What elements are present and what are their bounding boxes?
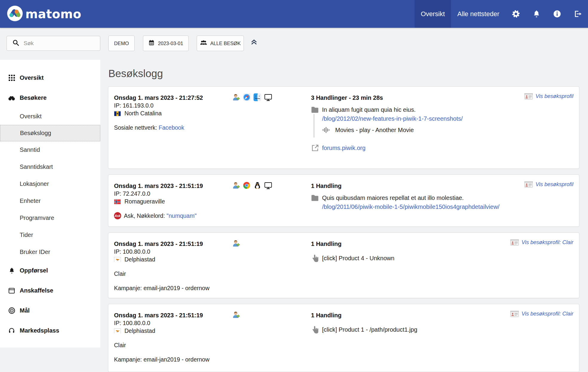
action-outlink-row: forums.piwik.org	[311, 143, 573, 152]
visit-system-icons	[232, 93, 311, 152]
gear-icon	[512, 10, 520, 18]
visit-location: Delphiastad	[114, 327, 232, 335]
visitor-profile-label: Vis besøksprofil	[535, 181, 573, 188]
sidebar-item-label: Sanntid	[20, 146, 40, 153]
date-selector-button[interactable]: 2023-03-01	[143, 36, 189, 51]
visit-campaign-label: Kampanje: email-jan2019 - ordernow	[114, 356, 210, 363]
visit-referrer-link[interactable]: Facebook	[159, 124, 184, 131]
binoculars-icon	[8, 94, 15, 102]
sidebar-item-oversikt[interactable]: Oversikt	[0, 108, 100, 125]
vcard-icon	[510, 311, 519, 317]
sidebar-item-label: Besøkslogg	[20, 130, 51, 137]
visit-actions: 1 Handling[click] Product 4 - Unknown	[311, 240, 573, 292]
folder-icon	[311, 105, 319, 114]
sidebar-item-sanntid[interactable]: Sanntid	[0, 141, 100, 158]
sidebar-item-programvare[interactable]: Programvare	[0, 209, 100, 226]
visit-location-label: Delphiastad	[124, 327, 155, 335]
visit-keyword-row: AskAsk, Nøkkelord: "numquam"	[114, 212, 232, 220]
visit-info: Onsdag 1. mars 2023 - 21:51:19IP: 100.80…	[114, 240, 232, 292]
visit-campaign-label: Kampanje: email-jan2019 - ordernow	[114, 284, 210, 292]
segment-selector-button[interactable]: ALLE BESØK	[197, 36, 244, 51]
sidebar-item-markedsplass[interactable]: Markedsplass	[0, 321, 100, 341]
action-pageview-url[interactable]: /blog/2012/02/new-features-in-piwik-1-7-…	[322, 114, 463, 123]
window-icon	[8, 287, 15, 294]
sidebar-item-tider[interactable]: Tider	[0, 226, 100, 244]
cyprus-flag-icon	[114, 328, 121, 333]
sidebar-item-lokasjoner[interactable]: Lokasjoner	[0, 175, 100, 192]
visitor-profile-link[interactable]: Vis besøksprofil	[524, 181, 573, 188]
external-link-icon	[311, 143, 319, 152]
nav-button-gear-icon[interactable]	[506, 0, 526, 28]
sidebar-item-enheter[interactable]: Enheter	[0, 192, 100, 209]
search-input[interactable]	[23, 40, 95, 47]
returning-visitor-icon	[232, 311, 240, 319]
sidebar: OversiktBesøkereOversiktBesøksloggSannti…	[0, 60, 100, 347]
ask-icon: Ask	[114, 212, 121, 219]
nav-tab-alle-nettsteder[interactable]: Alle nettsteder	[451, 0, 506, 28]
barbados-flag-icon	[114, 111, 121, 116]
calendar-icon	[148, 40, 155, 47]
visit-location: Romagueraville	[114, 198, 232, 205]
visit-datetime: Onsdag 1. mars 2023 - 21:27:52	[114, 94, 232, 102]
brand-name: matomo	[25, 7, 81, 21]
sidebar-item-sanntidskart[interactable]: Sanntidskart	[0, 158, 100, 175]
sidebar-item-bruker-ider[interactable]: Bruker IDer	[0, 244, 100, 261]
vcard-icon	[524, 181, 533, 188]
toolbar: DEMO 2023-03-01 ALLE BESØK	[0, 28, 588, 60]
visit-userid-row: Clair	[114, 341, 232, 349]
visit-system-icons	[232, 181, 311, 220]
visit-keyword-link[interactable]: "numquam"	[167, 212, 197, 220]
visit-location-label: Romagueraville	[124, 198, 165, 205]
sidebar-item-label: Oversikt	[20, 113, 41, 120]
sidebar-item-oversikt[interactable]: Oversikt	[0, 68, 100, 88]
visit-info: Onsdag 1. mars 2023 - 21:27:52IP: 161.19…	[114, 94, 232, 152]
click-icon	[311, 325, 319, 334]
action-pageview-url-row: /blog/2012/02/new-features-in-piwik-1-7-…	[311, 114, 573, 123]
visit-actions: 3 Handlinger - 23 min 28sIn aliquam fugi…	[311, 94, 573, 152]
visitor-profile-label: Vis besøksprofil: Clair	[521, 311, 573, 317]
vcard-icon	[510, 239, 519, 246]
nav-button-signout-icon[interactable]	[567, 0, 588, 28]
cyprus-flag-icon	[114, 257, 121, 262]
sidebar-item-label: Programvare	[20, 215, 54, 221]
sidebar-item-label: Markedsplass	[20, 327, 59, 334]
visit-actions: 1 Handling[click] Product 1 - /path/prod…	[311, 311, 573, 363]
visit-userid-label: Clair	[114, 341, 126, 349]
returning-visitor-icon	[232, 239, 240, 247]
visitor-profile-link[interactable]: Vis besøksprofil: Clair	[510, 311, 573, 317]
action-outlink-url[interactable]: forums.piwik.org	[322, 143, 366, 152]
desktop-icon	[264, 181, 272, 189]
sidebar-item-bes-kslogg[interactable]: Besøkslogg	[0, 125, 100, 141]
visitor-profile-link[interactable]: Vis besøksprofil	[524, 93, 573, 99]
returning-visitor-icon	[232, 181, 240, 189]
bell-icon	[532, 10, 541, 18]
collapse-toolbar-icon[interactable]	[250, 39, 258, 47]
visit-referrer-label: Sosiale nettverk:	[114, 124, 159, 131]
site-selector-button[interactable]: DEMO	[108, 36, 135, 51]
media-icon	[322, 125, 331, 134]
action-media-label: Movies - play - Another Movie	[335, 125, 414, 134]
matomo-brand[interactable]: matomo	[7, 6, 81, 22]
sidebar-item-oppf-rsel[interactable]: Oppførsel	[0, 261, 100, 281]
sidebar-item-anskaffelse[interactable]: Anskaffelse	[0, 281, 100, 301]
click-icon	[311, 254, 319, 263]
nav-button-bell-icon[interactable]	[526, 0, 547, 28]
nav-tab-oversikt[interactable]: Oversikt	[415, 0, 451, 28]
action-pageview-url-row: /blog/2011/06/piwik-mobile-1-5/piwikmobi…	[311, 202, 573, 211]
search-box[interactable]	[7, 36, 100, 51]
visitor-profile-label: Vis besøksprofil: Clair	[521, 239, 573, 246]
action-pageview-title: In aliquam fugit quam quia hic eius.	[322, 105, 416, 114]
folder-icon	[311, 193, 319, 202]
visit-location: North Catalina	[114, 109, 232, 117]
visit-location: Delphiastad	[114, 255, 232, 263]
sidebar-item-label: Mål	[20, 307, 30, 314]
sidebar-item-m-l[interactable]: Mål	[0, 301, 100, 321]
sidebar-item-label: Oppførsel	[20, 267, 48, 274]
nav-button-info-icon[interactable]	[547, 0, 567, 28]
sidebar-item-label: Anskaffelse	[20, 287, 53, 294]
visit-userid-row: Clair	[114, 270, 232, 278]
sidebar-item-label: Besøkere	[20, 94, 47, 101]
visitor-profile-link[interactable]: Vis besøksprofil: Clair	[510, 239, 573, 246]
sidebar-item-bes-kere[interactable]: Besøkere	[0, 88, 100, 108]
action-pageview-url[interactable]: /blog/2011/06/piwik-mobile-1-5/piwikmobi…	[322, 202, 499, 211]
